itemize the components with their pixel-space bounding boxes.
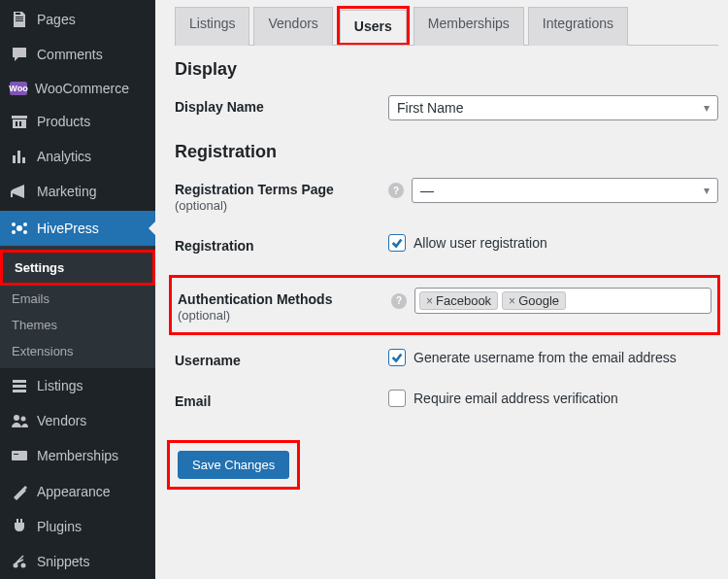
submenu-extensions[interactable]: Extensions (0, 338, 155, 364)
menu-label: WooCommerce (35, 81, 129, 96)
comments-icon (10, 45, 29, 64)
remove-icon[interactable]: × (509, 294, 515, 308)
content-area: Listings Vendors Users Memberships Integ… (155, 0, 728, 579)
snippets-icon (10, 552, 29, 571)
label-display-name: Display Name (175, 95, 388, 115)
remove-icon[interactable]: × (426, 294, 433, 308)
select-value: — (420, 183, 434, 198)
tab-users[interactable]: Users (340, 10, 407, 43)
menu-label: Memberships (37, 448, 118, 463)
hivepress-icon (10, 219, 29, 238)
tab-listings[interactable]: Listings (175, 7, 249, 46)
checkbox-allow-registration[interactable] (388, 234, 406, 252)
checkbox-generate-username[interactable] (388, 349, 406, 366)
svg-rect-7 (12, 451, 27, 460)
menu-memberships[interactable]: Memberships (0, 438, 155, 473)
svg-point-6 (21, 416, 26, 421)
checkbox-label: Allow user registration (414, 235, 547, 251)
svg-rect-8 (14, 454, 18, 455)
check-icon (390, 351, 404, 364)
label-registration-terms: Registration Terms Page (optional) (175, 178, 388, 213)
highlight-tab-users: Users (337, 6, 410, 45)
admin-sidebar: Pages Comments Woo WooCommerce Products … (0, 0, 155, 579)
help-icon[interactable]: ? (391, 293, 407, 309)
svg-point-1 (12, 222, 16, 226)
token-label: Google (518, 293, 559, 308)
row-display-name: Display Name First Name (175, 95, 718, 120)
pages-icon (10, 10, 29, 29)
svg-point-2 (23, 222, 27, 226)
menu-label: Marketing (37, 184, 96, 199)
svg-point-0 (17, 225, 22, 231)
highlight-auth-methods: Authentication Methods (optional) ? ×Fac… (169, 275, 720, 335)
menu-label: Vendors (37, 413, 86, 428)
menu-snippets[interactable]: Snippets (0, 544, 155, 579)
label-username: Username (175, 349, 388, 368)
submenu-label: Settings (15, 260, 64, 275)
label-email: Email (175, 390, 388, 409)
save-button[interactable]: Save Changes (178, 451, 289, 479)
marketing-icon (10, 182, 29, 201)
control-auth-methods: ? ×Facebook ×Google (391, 288, 711, 314)
menu-appearance[interactable]: Appearance (0, 474, 155, 509)
menu-marketing[interactable]: Marketing (0, 174, 155, 209)
check-icon (390, 236, 404, 250)
listings-icon (10, 376, 29, 395)
menu-analytics[interactable]: Analytics (0, 139, 155, 174)
menu-hivepress[interactable]: HivePress (0, 211, 155, 246)
memberships-icon (10, 446, 29, 465)
menu-label: Listings (37, 378, 83, 393)
menu-plugins[interactable]: Plugins (0, 509, 155, 544)
vendors-icon (10, 411, 29, 430)
tab-label: Vendors (268, 16, 317, 31)
menu-products[interactable]: Products (0, 104, 155, 139)
button-label: Save Changes (192, 458, 275, 472)
menu-pages[interactable]: Pages (0, 2, 155, 37)
label-registration: Registration (175, 234, 388, 254)
select-registration-terms[interactable]: — (412, 178, 718, 203)
label-text: Registration Terms Page (175, 182, 334, 197)
svg-point-3 (12, 230, 16, 234)
tab-integrations[interactable]: Integrations (528, 7, 628, 46)
submenu-label: Themes (12, 318, 57, 332)
select-display-name[interactable]: First Name (388, 95, 718, 120)
woo-icon: Woo (10, 82, 27, 95)
token-label: Facebook (436, 293, 491, 308)
label-auth-methods: Authentication Methods (optional) (178, 288, 391, 323)
tab-label: Listings (189, 16, 235, 31)
control-display-name: First Name (388, 95, 718, 120)
svg-point-10 (21, 562, 26, 567)
menu-label: Appearance (37, 484, 111, 499)
label-optional: (optional) (178, 308, 391, 323)
row-registration: Registration Allow user registration (175, 234, 718, 254)
highlight-save-button: Save Changes (167, 440, 300, 490)
highlight-settings: Settings (0, 250, 155, 286)
section-display-heading: Display (175, 59, 718, 80)
control-registration-terms: ? — (388, 178, 718, 203)
tab-vendors[interactable]: Vendors (253, 7, 332, 46)
row-registration-terms: Registration Terms Page (optional) ? — (175, 178, 718, 213)
row-auth-methods: Authentication Methods (optional) ? ×Fac… (178, 288, 711, 323)
token-google[interactable]: ×Google (502, 291, 566, 310)
submenu-hivepress: Settings Emails Themes Extensions (0, 246, 155, 368)
select-value: First Name (397, 100, 463, 116)
tag-input-auth-methods[interactable]: ×Facebook ×Google (414, 288, 711, 314)
menu-label: Analytics (37, 149, 91, 164)
menu-label: Pages (37, 12, 76, 27)
token-facebook[interactable]: ×Facebook (419, 291, 498, 310)
menu-listings[interactable]: Listings (0, 368, 155, 403)
control-registration: Allow user registration (388, 234, 718, 252)
submenu-emails[interactable]: Emails (0, 286, 155, 312)
menu-label: Plugins (37, 519, 82, 534)
menu-woocommerce[interactable]: Woo WooCommerce (0, 73, 155, 104)
menu-comments[interactable]: Comments (0, 37, 155, 72)
submenu-settings[interactable]: Settings (3, 253, 152, 283)
menu-vendors[interactable]: Vendors (0, 403, 155, 438)
submenu-themes[interactable]: Themes (0, 312, 155, 338)
control-email: Require email address verification (388, 390, 718, 407)
checkbox-require-email-verification[interactable] (388, 390, 406, 407)
products-icon (10, 112, 29, 131)
tab-memberships[interactable]: Memberships (414, 7, 524, 46)
menu-label: Snippets (37, 554, 89, 569)
help-icon[interactable]: ? (388, 183, 404, 198)
